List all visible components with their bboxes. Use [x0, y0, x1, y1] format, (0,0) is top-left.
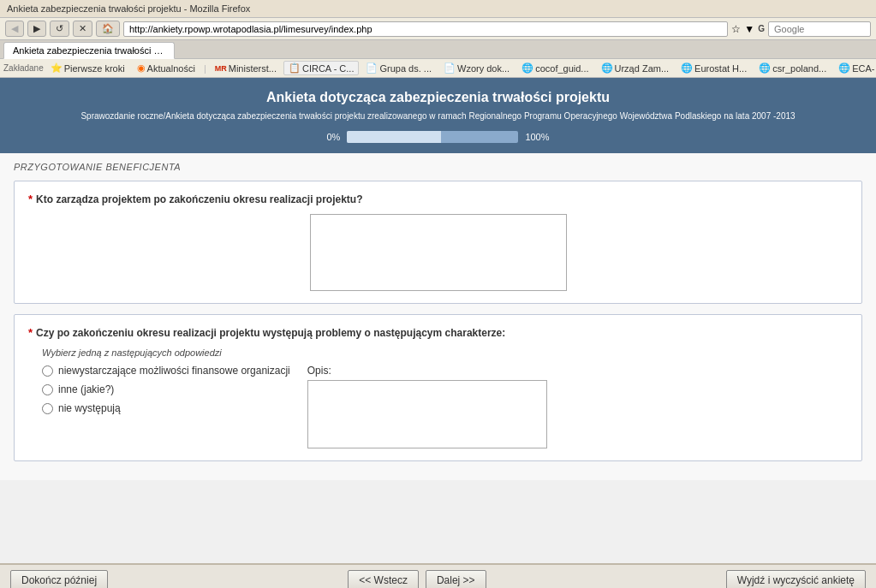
bookmark-star-icon: ⭐	[51, 62, 63, 74]
stop-button[interactable]: ✕	[73, 21, 92, 37]
home-button[interactable]: 🏠	[96, 21, 120, 37]
required-star-2: *	[28, 327, 33, 338]
question-1-label: * Kto zarządza projektem po zakończeniu …	[28, 193, 848, 205]
wzory-icon: 📄	[444, 62, 456, 74]
radio-input-1[interactable]	[42, 365, 53, 377]
bookmark-urzad[interactable]: 🌐 Urząd Zam...	[596, 61, 675, 75]
radio-option-1[interactable]: niewystarczające możliwości finansowe or…	[42, 365, 290, 377]
radio-label-1: niewystarczające możliwości finansowe or…	[58, 365, 290, 377]
bookmark-csr[interactable]: 🌐 csr_poland...	[754, 61, 831, 75]
tab-label: Ankieta zabezpieczenia trwałości projekt…	[13, 45, 175, 56]
progress-end: 100%	[525, 132, 549, 142]
eurostat-icon: 🌐	[681, 62, 693, 74]
section-label: PRZYGOTOWANIE BENEFICJENTA	[14, 162, 862, 172]
browser-title: Ankieta zabezpieczenia trwałości projekt…	[7, 3, 250, 14]
question-1-text: Kto zarządza projektem po zakończeniu ok…	[36, 193, 362, 205]
footer-bar: Dokończ później << Wstecz Dalej >> Wyjdź…	[0, 563, 876, 588]
rss-icon: ◉	[137, 62, 146, 74]
mr-icon: MR	[215, 64, 227, 73]
search-input[interactable]	[768, 21, 871, 37]
survey-title: Ankieta dotycząca zabezpieczenia trwałoś…	[17, 90, 859, 105]
footer-center: << Wstecz Dalej >>	[348, 570, 486, 588]
radio-label-3: nie występują	[58, 402, 121, 414]
survey-header: Ankieta dotycząca zabezpieczenia trwałoś…	[0, 78, 876, 153]
bookmarks-bar: Zakładane ⭐ Pierwsze kroki ◉ Aktualności…	[0, 59, 876, 78]
question-block-1: * Kto zarządza projektem po zakończeniu …	[14, 181, 862, 304]
refresh-button[interactable]: ↺	[50, 21, 69, 37]
browser-tabs: Ankieta zabezpieczenia trwałości projekt…	[0, 40, 876, 59]
active-tab[interactable]: Ankieta zabezpieczenia trwałości projekt…	[3, 42, 175, 59]
csr-icon: 🌐	[759, 62, 771, 74]
question-block-2: * Czy po zakończeniu okresu realizacji p…	[14, 314, 862, 461]
grupa-icon: 📄	[366, 62, 378, 74]
star-icon: ☆	[731, 23, 741, 35]
footer-right: Wyjdź i wyczyścić ankietę	[726, 570, 866, 588]
bookmark-pierwsze-kroki[interactable]: ⭐ Pierwsze kroki	[45, 61, 130, 75]
radio-input-3[interactable]	[42, 403, 53, 414]
next-nav-button[interactable]: Dalej >>	[426, 570, 486, 588]
circa-icon: 📋	[289, 62, 301, 74]
bookmark-wzory[interactable]: 📄 Wzory dok...	[438, 61, 515, 75]
back-nav-button[interactable]: << Wstecz	[348, 570, 419, 588]
back-button[interactable]: ◀	[5, 21, 24, 37]
bookmark-eca[interactable]: 🌐 ECA- Wiad...	[833, 61, 876, 75]
survey-body: PRZYGOTOWANIE BENEFICJENTA * Kto zarządz…	[0, 153, 876, 480]
radio-option-2[interactable]: inne (jakie?)	[42, 383, 290, 395]
bookmark-cocof[interactable]: 🌐 cocof_guid...	[516, 61, 593, 75]
radio-label-2: inne (jakie?)	[58, 383, 114, 395]
progress-container: 0% 100%	[17, 131, 859, 143]
radio-options-group: niewystarczające możliwości finansowe or…	[42, 365, 290, 414]
page-content: Ankieta dotycząca zabezpieczenia trwałoś…	[0, 78, 876, 563]
radio-option-3[interactable]: nie występują	[42, 402, 290, 414]
later-button[interactable]: Dokończ później	[10, 570, 108, 588]
progress-bar-background	[347, 131, 518, 143]
question-2-sub: Wybierz jedną z następujących odpowiedzi	[42, 347, 848, 358]
opis-textarea[interactable]	[307, 380, 547, 448]
radio-input-2[interactable]	[42, 384, 53, 395]
question-2-label: * Czy po zakończeniu okresu realizacji p…	[28, 327, 848, 339]
opis-label: Opis:	[307, 365, 547, 377]
google-icon: G	[758, 24, 765, 33]
bookmarks-label: Zakładane	[3, 63, 44, 73]
question-2-options-container: niewystarczające możliwości finansowe or…	[42, 365, 848, 448]
progress-bar-fill	[347, 131, 441, 143]
bookmark-aktualnosci[interactable]: ◉ Aktualności	[132, 61, 200, 75]
exit-button[interactable]: Wyjdź i wyczyścić ankietę	[726, 570, 866, 588]
opis-section: Opis:	[307, 365, 547, 448]
address-bar[interactable]	[123, 21, 728, 37]
footer-left: Dokończ później	[10, 570, 108, 588]
required-star-1: *	[28, 193, 33, 205]
progress-start: 0%	[326, 132, 340, 142]
question-2-text: Czy po zakończeniu okresu realizacji pro…	[36, 327, 505, 339]
cocof-icon: 🌐	[521, 62, 533, 74]
forward-button[interactable]: ▶	[27, 21, 46, 37]
browser-toolbar: ◀ ▶ ↺ ✕ 🏠 ☆ ▼ G	[0, 18, 876, 40]
bookmark-circa[interactable]: 📋 CIRCA - C...	[283, 61, 360, 75]
bookmark-grupa[interactable]: 📄 Grupa ds. ...	[361, 61, 437, 75]
bookmark-ministerst[interactable]: MR Ministerst...	[210, 62, 282, 75]
survey-subtitle: Sprawozdanie roczne/Ankieta dotycząca za…	[17, 110, 859, 122]
browser-title-bar: Ankieta zabezpieczenia trwałości projekt…	[0, 0, 876, 18]
urzad-icon: 🌐	[601, 62, 613, 74]
search-divider: ▼	[744, 23, 754, 35]
bookmark-eurostat[interactable]: 🌐 Eurostat H...	[676, 61, 752, 75]
question-1-textarea[interactable]	[310, 214, 567, 291]
eca-icon: 🌐	[838, 62, 850, 74]
question-1-answer-area	[28, 214, 848, 291]
